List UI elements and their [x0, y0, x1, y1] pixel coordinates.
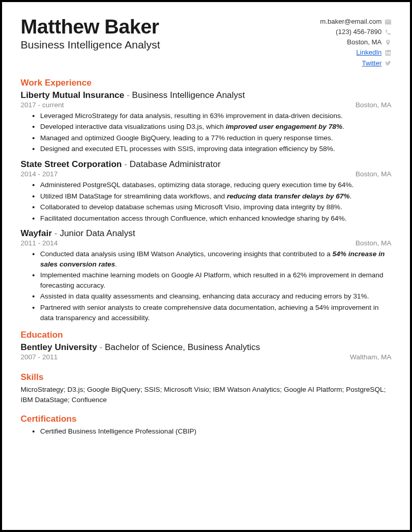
job-role: Junior Data Analyst	[60, 228, 135, 238]
section-certifications: Certifications	[21, 414, 391, 424]
company-name: Liberty Mutual Insurance	[21, 90, 124, 100]
bullet-item: Implemented machine learning models on G…	[40, 270, 391, 290]
job-meta: 2011 - 2014Boston, MA	[21, 239, 391, 247]
job-dates: 2011 - 2014	[21, 239, 58, 247]
contact-location: Boston, MA	[320, 37, 391, 47]
name: Matthew Baker	[21, 16, 160, 38]
identity-block: Matthew Baker Business Intelligence Anal…	[21, 16, 160, 51]
job-bullets: Leveraged MicroStrategy for data analysi…	[21, 111, 391, 154]
job-dates: 2014 - 2017	[21, 170, 58, 178]
bullet-item: Collaborated to develop database schemas…	[40, 202, 391, 212]
education-dates: 2007 - 2011	[21, 353, 58, 361]
bullet-item: Assisted in data quality assessments and…	[40, 291, 391, 302]
section-education: Education	[21, 330, 391, 340]
linkedin-icon	[385, 49, 391, 56]
school-name: Bentley University	[21, 342, 97, 352]
education-header: Bentley University - Bachelor of Science…	[21, 342, 391, 353]
bullet-item: Managed and optimized Google BigQuery, l…	[40, 133, 391, 143]
envelope-icon	[385, 19, 391, 25]
job-location: Boston, MA	[355, 170, 391, 178]
job-meta: 2014 - 2017Boston, MA	[21, 170, 391, 178]
education-meta: 2007 - 2011 Waltham, MA	[21, 353, 391, 361]
bullet-item: Partnered with senior analysts to create…	[40, 303, 391, 323]
job-dates: 2017 - current	[21, 101, 64, 109]
field: Business Analytics	[187, 342, 260, 352]
job-meta: 2017 - currentBoston, MA	[21, 101, 391, 109]
bullet-item: Leveraged MicroStrategy for data analysi…	[40, 111, 391, 121]
cert-item: Certified Business Intelligence Professi…	[40, 426, 391, 437]
emphasis: reducing data transfer delays by 67%	[227, 192, 350, 200]
svg-point-3	[386, 51, 387, 52]
company-name: State Street Corporation	[21, 159, 122, 169]
phone-text: (123) 456-7890	[336, 27, 382, 37]
job-title: Business Intelligence Analyst	[21, 39, 160, 51]
bullet-item: Utilized IBM DataStage for streamlining …	[40, 191, 391, 202]
location-text: Boston, MA	[347, 37, 382, 47]
job-header: Liberty Mutual Insurance - Business Inte…	[21, 90, 391, 101]
emphasis: 54% increase in sales conversion rates	[40, 250, 385, 268]
bullet-item: Administered PostgreSQL databases, optim…	[40, 180, 391, 190]
job-header: State Street Corporation - Database Admi…	[21, 159, 391, 170]
bullet-item: Facilitated documentation access through…	[40, 213, 391, 224]
svg-rect-2	[386, 52, 387, 55]
contact-linkedin: LinkedIn	[320, 47, 391, 58]
skills-text: MicroStrategy; D3.js; Google BigQuery; S…	[21, 385, 391, 405]
section-work-experience: Work Experience	[21, 78, 391, 88]
resume-page: Matthew Baker Business Intelligence Anal…	[0, 0, 412, 532]
company-name: Wayfair	[21, 228, 52, 238]
job-location: Boston, MA	[355, 239, 391, 247]
job-role: Business Intelligence Analyst	[132, 90, 245, 100]
email-text: m.baker@email.com	[320, 16, 382, 27]
job-bullets: Administered PostgreSQL databases, optim…	[21, 180, 391, 223]
header: Matthew Baker Business Intelligence Anal…	[21, 16, 391, 69]
phone-icon	[385, 29, 391, 36]
contact-email: m.baker@email.com	[320, 16, 391, 27]
location-icon	[385, 39, 391, 46]
job-role: Database Administrator	[130, 159, 221, 169]
contact-phone: (123) 456-7890	[320, 27, 391, 37]
bullet-item: Developed interactive data visualization…	[40, 122, 391, 132]
twitter-link[interactable]: Twitter	[362, 58, 382, 69]
job-header: Wayfair - Junior Data Analyst	[21, 228, 391, 239]
job-bullets: Conducted data analysis using IBM Watson…	[21, 249, 391, 323]
bullet-item: Designed and executed ETL processes with…	[40, 144, 391, 154]
section-skills: Skills	[21, 372, 391, 383]
certs-list: Certified Business Intelligence Professi…	[21, 426, 391, 437]
contact-block: m.baker@email.com (123) 456-7890 Boston,…	[320, 16, 391, 69]
education-location: Waltham, MA	[350, 353, 391, 361]
linkedin-link[interactable]: LinkedIn	[356, 47, 382, 58]
contact-twitter: Twitter	[320, 58, 391, 69]
emphasis: improved user engagement by 78%	[226, 123, 342, 130]
job-location: Boston, MA	[355, 101, 391, 109]
degree: Bachelor of Science,	[105, 342, 185, 352]
bullet-item: Conducted data analysis using IBM Watson…	[40, 249, 391, 269]
jobs-container: Liberty Mutual Insurance - Business Inte…	[21, 90, 391, 323]
twitter-icon	[385, 60, 391, 66]
